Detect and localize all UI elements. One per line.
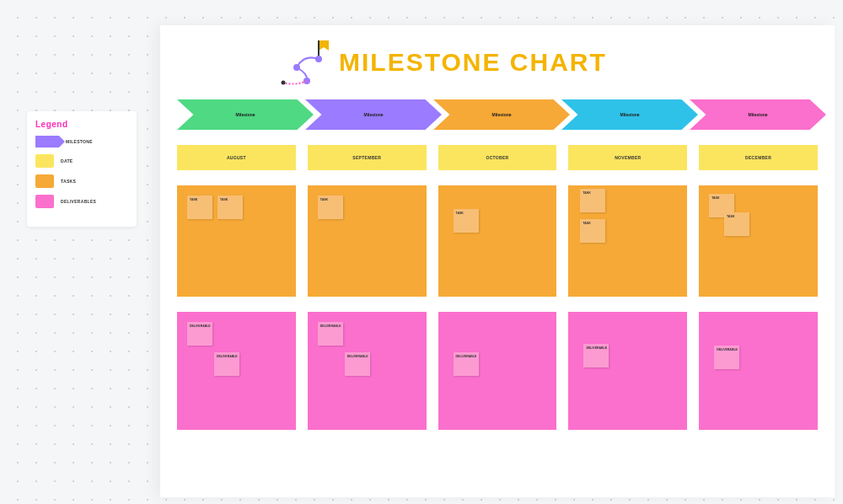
task-note[interactable]: TASK: [724, 212, 749, 236]
milestone-arrow-row: Milestone Milestone Milestone Milestone …: [177, 99, 818, 130]
milestone-label: Milestone: [491, 112, 511, 117]
deliverable-note[interactable]: DELIVERABLE: [214, 352, 239, 376]
legend-swatch-date: [35, 154, 54, 168]
task-note[interactable]: TASK: [318, 196, 343, 219]
legend-row-milestone: MILESTONE: [35, 136, 128, 147]
svg-point-4: [282, 81, 286, 85]
deliverables-card-4[interactable]: DELIVERABLE: [699, 312, 818, 430]
milestone-label: Milestone: [363, 112, 383, 117]
milestone-label: Milestone: [620, 112, 639, 117]
deliverables-row: DELIVERABLEDELIVERABLEDELIVERABLEDELIVER…: [177, 312, 818, 430]
milestone-label: Milestone: [748, 112, 767, 117]
legend-row-deliverables: DELIVERABLES: [35, 195, 128, 208]
legend-label: TASKS: [61, 179, 76, 184]
milestone-board[interactable]: MILESTONE CHART Milestone Milestone Mile…: [160, 25, 835, 497]
milestone-label: Milestone: [235, 112, 255, 117]
legend-swatch-tasks: [35, 174, 54, 188]
deliverable-note[interactable]: DELIVERABLE: [454, 352, 479, 376]
deliverable-note[interactable]: DELIVERABLE: [583, 344, 609, 367]
legend-label: DELIVERABLES: [61, 199, 96, 204]
task-note[interactable]: TASK: [580, 189, 605, 212]
milestone-arrow-4[interactable]: Milestone: [690, 99, 826, 130]
tasks-row: TASKTASKTASKTASKTASKTASKTASKTASK: [177, 185, 818, 297]
legend-panel: Legend MILESTONE DATE TASKS DELIVERABLES: [27, 111, 137, 227]
legend-title: Legend: [35, 120, 128, 129]
date-card-3[interactable]: NOVEMBER: [568, 145, 687, 170]
task-note[interactable]: TASK: [187, 196, 212, 219]
deliverable-note[interactable]: DELIVERABLE: [345, 352, 370, 376]
legend-row-tasks: TASKS: [35, 174, 128, 188]
legend-swatch-deliverables: [35, 195, 54, 208]
deliverables-card-0[interactable]: DELIVERABLEDELIVERABLE: [177, 312, 296, 430]
task-note[interactable]: TASK: [580, 219, 605, 243]
date-card-0[interactable]: AUGUST: [177, 145, 296, 170]
legend-arrow-icon: [35, 136, 59, 147]
milestone-flag-icon: [278, 37, 332, 88]
task-note[interactable]: TASK: [454, 209, 479, 233]
deliverable-note[interactable]: DELIVERABLE: [187, 322, 212, 346]
date-card-1[interactable]: SEPTEMBER: [308, 145, 427, 170]
tasks-card-2[interactable]: TASK: [438, 185, 557, 297]
deliverables-card-1[interactable]: DELIVERABLEDELIVERABLE: [308, 312, 427, 430]
tasks-card-1[interactable]: TASK: [308, 185, 427, 297]
tasks-card-0[interactable]: TASKTASK: [177, 185, 296, 297]
milestone-arrow-3[interactable]: Milestone: [561, 99, 698, 130]
task-note[interactable]: TASK: [217, 196, 243, 219]
legend-row-date: DATE: [35, 154, 128, 168]
date-card-4[interactable]: DECEMBER: [699, 145, 818, 170]
tasks-card-3[interactable]: TASKTASK: [568, 185, 687, 297]
board-title: MILESTONE CHART: [339, 48, 607, 77]
svg-rect-0: [318, 40, 319, 57]
date-row: AUGUSTSEPTEMBEROCTOBERNOVEMBERDECEMBER: [177, 145, 818, 170]
milestone-arrow-1[interactable]: Milestone: [305, 99, 442, 130]
deliverable-note[interactable]: DELIVERABLE: [714, 346, 739, 369]
date-card-2[interactable]: OCTOBER: [438, 145, 557, 170]
legend-label: MILESTONE: [66, 139, 93, 144]
legend-label: DATE: [61, 158, 72, 164]
tasks-card-4[interactable]: TASKTASK: [699, 185, 818, 297]
deliverables-card-3[interactable]: DELIVERABLE: [568, 312, 687, 430]
milestone-arrow-2[interactable]: Milestone: [433, 99, 570, 130]
deliverable-note[interactable]: DELIVERABLE: [318, 322, 343, 346]
milestone-arrow-0[interactable]: Milestone: [177, 99, 314, 130]
title-row: MILESTONE CHART: [278, 37, 818, 88]
deliverables-card-2[interactable]: DELIVERABLE: [438, 312, 557, 430]
